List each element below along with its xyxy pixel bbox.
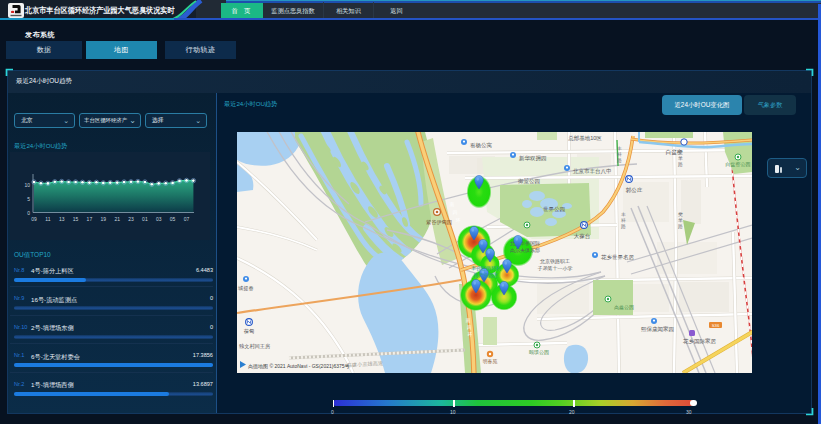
svg-text:09: 09 <box>31 216 37 222</box>
svg-text:子弟第十一小学: 子弟第十一小学 <box>538 265 573 272</box>
svg-text:樊: 樊 <box>678 150 683 155</box>
svg-text:独文村回王房: 独文村回王房 <box>239 343 270 350</box>
svg-text:北京铁路职工: 北京铁路职工 <box>540 258 570 265</box>
svg-text:01: 01 <box>142 216 148 222</box>
svg-text:17: 17 <box>87 216 93 222</box>
svg-text:总部基地10区: 总部基地10区 <box>567 135 602 142</box>
svg-text:高德地图 © 2021 AutoNavi - GS(2021: 高德地图 © 2021 AutoNavi - GS(2021)6375号 <box>248 363 350 370</box>
svg-text:熙保康闻家园: 熙保康闻家园 <box>641 326 674 333</box>
svg-text:樊: 樊 <box>678 212 683 217</box>
svg-text:环: 环 <box>467 332 473 337</box>
svg-text:03: 03 <box>156 216 162 222</box>
svg-text:御景公园: 御景公园 <box>517 178 540 185</box>
svg-text:城提春: 城提春 <box>237 285 254 292</box>
svg-text:郭公庄: 郭公庄 <box>626 187 643 194</box>
svg-text:05: 05 <box>170 216 176 222</box>
svg-text:羊: 羊 <box>678 218 683 223</box>
svg-text:科: 科 <box>621 218 626 223</box>
svg-text:世界公园: 世界公园 <box>543 206 565 213</box>
svg-text:环: 环 <box>456 218 461 223</box>
svg-text:紫谷伊甸园: 紫谷伊甸园 <box>426 219 452 226</box>
svg-text:07: 07 <box>184 216 190 222</box>
svg-text:科: 科 <box>617 152 622 157</box>
svg-text:丰: 丰 <box>617 146 622 151</box>
svg-text:19: 19 <box>101 216 107 222</box>
svg-text:新华双拥园: 新华双拥园 <box>519 155 547 162</box>
svg-text:5: 5 <box>27 196 30 202</box>
svg-text:葆甸: 葆甸 <box>244 328 254 334</box>
svg-text:S36: S36 <box>712 323 720 328</box>
svg-text:用产业园区: 用产业园区 <box>473 272 499 279</box>
svg-text:13: 13 <box>59 216 65 222</box>
svg-text:南: 南 <box>450 202 455 207</box>
svg-text:北京市丰台八中: 北京市丰台八中 <box>572 168 612 175</box>
svg-text:花乡国际家居: 花乡国际家居 <box>683 338 717 345</box>
svg-text:23: 23 <box>128 216 134 222</box>
svg-text:15: 15 <box>73 216 79 222</box>
svg-text:0: 0 <box>27 210 30 216</box>
svg-text:丰: 丰 <box>621 212 626 217</box>
svg-text:看杨公寓: 看杨公寓 <box>470 142 493 149</box>
svg-text:10: 10 <box>24 182 30 188</box>
svg-text:羊: 羊 <box>678 156 683 161</box>
svg-text:高鑫公园: 高鑫公园 <box>614 304 634 311</box>
svg-text:丰台区循环利: 丰台区循环利 <box>471 265 501 272</box>
svg-text:大葆台: 大葆台 <box>574 233 591 239</box>
svg-text:颐璞公园: 颐璞公园 <box>529 349 549 356</box>
svg-text:21: 21 <box>114 216 120 222</box>
svg-text:南: 南 <box>466 318 471 323</box>
svg-text:四: 四 <box>453 210 458 215</box>
svg-text:高尔夫俱乐部: 高尔夫俱乐部 <box>510 247 540 254</box>
svg-text:11: 11 <box>45 216 50 222</box>
svg-text:花乡世界名居: 花乡世界名居 <box>601 254 635 261</box>
svg-text:白盆窑公园: 白盆窑公园 <box>726 161 751 168</box>
